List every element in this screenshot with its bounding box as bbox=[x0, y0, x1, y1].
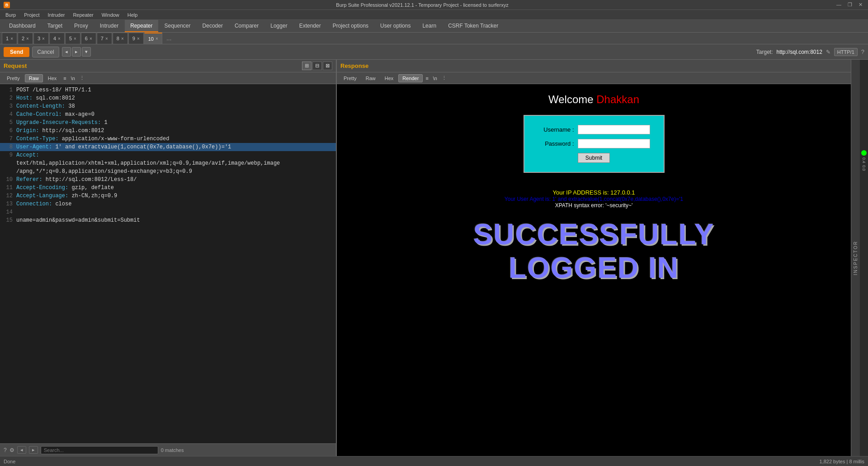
burp-icon: B bbox=[4, 2, 10, 8]
response-format-newline[interactable]: \n bbox=[431, 75, 439, 82]
response-format-hex[interactable]: Hex bbox=[381, 74, 398, 82]
cancel-button[interactable]: Cancel bbox=[32, 47, 59, 57]
repeater-tab-2[interactable]: 2 × bbox=[18, 33, 33, 44]
response-format-list[interactable]: ≡ bbox=[424, 75, 430, 82]
http-version-selector[interactable]: HTTP/1 bbox=[834, 48, 858, 56]
repeater-tab-add[interactable]: … bbox=[163, 33, 175, 44]
submit-button[interactable]: Submit bbox=[578, 153, 610, 163]
response-format-render[interactable]: Render bbox=[398, 74, 423, 82]
format-pretty[interactable]: Pretty bbox=[3, 74, 24, 82]
tab-extender[interactable]: Extender bbox=[294, 20, 326, 32]
rendered-content: Welcome Dhakkan Username : Password : Su… bbox=[337, 84, 851, 456]
password-label: Password : bbox=[538, 140, 574, 147]
burp-logo: B bbox=[4, 2, 10, 8]
repeater-tab-4[interactable]: 4 × bbox=[49, 33, 65, 44]
back-button[interactable]: ◂ bbox=[62, 47, 71, 57]
menu-project[interactable]: Project bbox=[20, 11, 43, 19]
inspector-sidebar[interactable]: INSPECTOR bbox=[851, 60, 860, 456]
tab-proxy[interactable]: Proxy bbox=[69, 20, 94, 32]
request-format-tabs: Pretty Raw Hex ≡ \n ⋮ bbox=[0, 72, 336, 84]
tab-learn[interactable]: Learn bbox=[417, 20, 442, 32]
repeater-tab-5[interactable]: 5 × bbox=[65, 33, 80, 44]
response-title: Response bbox=[340, 62, 368, 69]
tab-user-options[interactable]: User options bbox=[375, 20, 416, 32]
tab-target[interactable]: Target bbox=[42, 20, 68, 32]
menu-help[interactable]: Help bbox=[124, 11, 142, 19]
view-split-icon[interactable]: ⊞ bbox=[302, 62, 311, 70]
request-header: Request ⊞ ⊟ ⊠ bbox=[0, 60, 336, 72]
response-format-menu[interactable]: ⋮ bbox=[440, 74, 448, 82]
menu-burp[interactable]: Burp bbox=[2, 11, 19, 19]
response-panel: Response Pretty Raw Hex Render ≡ \n ⋮ We… bbox=[337, 60, 851, 456]
help-icon[interactable]: ? bbox=[861, 48, 864, 55]
response-format-pretty[interactable]: Pretty bbox=[340, 74, 361, 82]
view-horizontal-icon[interactable]: ⊟ bbox=[312, 62, 322, 70]
response-format-raw[interactable]: Raw bbox=[362, 74, 380, 82]
forward-button[interactable]: ▸ bbox=[72, 47, 81, 57]
matches-count: 0 matches bbox=[161, 447, 184, 453]
username-input[interactable] bbox=[578, 125, 650, 134]
search-prev-button[interactable]: ◂ bbox=[17, 446, 26, 454]
request-editor[interactable]: 1 POST /Less-18/ HTTP/1.1 2 Host: sql.co… bbox=[0, 84, 336, 443]
repeater-tab-bar: 1 × 2 × 3 × 4 × 5 × 6 × 7 × 8 × 9 × 10 ×… bbox=[0, 33, 868, 44]
tab-repeater[interactable]: Repeater bbox=[125, 20, 158, 32]
format-raw[interactable]: Raw bbox=[25, 74, 43, 82]
welcome-label: Welcome bbox=[548, 93, 594, 105]
send-button[interactable]: Send bbox=[4, 47, 29, 57]
response-format-tabs: Pretty Raw Hex Render ≡ \n ⋮ bbox=[337, 72, 851, 84]
search-input[interactable] bbox=[41, 446, 158, 454]
search-gear-icon[interactable]: ⚙ bbox=[9, 447, 14, 453]
menu-window[interactable]: Window bbox=[98, 11, 123, 19]
tab-sequencer[interactable]: Sequencer bbox=[159, 20, 196, 32]
tab-decoder[interactable]: Decoder bbox=[197, 20, 228, 32]
username-field-row: Username : bbox=[538, 125, 650, 134]
code-line-12: 12 Accept-Language: zh-CN,zh;q=0.9 bbox=[0, 192, 336, 200]
format-newline-icon[interactable]: \n bbox=[69, 75, 77, 82]
view-vertical-icon[interactable]: ⊠ bbox=[323, 62, 332, 70]
tab-csrf-token-tracker[interactable]: CSRF Token Tracker bbox=[443, 20, 504, 32]
inspector-label: INSPECTOR bbox=[853, 241, 858, 275]
dhakkan-label: Dhakkan bbox=[596, 93, 639, 105]
tab-logger[interactable]: Logger bbox=[265, 20, 292, 32]
search-help-icon[interactable]: ? bbox=[4, 447, 7, 453]
history-dropdown[interactable]: ▾ bbox=[82, 47, 91, 57]
ip-address-text: Your IP ADDRESS is: 127.0.0.1 bbox=[552, 189, 635, 196]
password-input[interactable] bbox=[578, 139, 650, 148]
tab-comparer[interactable]: Comparer bbox=[229, 20, 264, 32]
repeater-tab-6[interactable]: 6 × bbox=[81, 33, 96, 44]
window-controls[interactable]: — ❐ ✕ bbox=[835, 2, 864, 8]
repeater-tab-1[interactable]: 1 × bbox=[2, 33, 17, 44]
maximize-button[interactable]: ❐ bbox=[846, 2, 854, 8]
rendered-response: Welcome Dhakkan Username : Password : Su… bbox=[337, 84, 851, 456]
repeater-tab-7[interactable]: 7 × bbox=[97, 33, 112, 44]
title-bar: B Burp Suite Professional v2021.12.1 - T… bbox=[0, 0, 868, 10]
tab-project-options[interactable]: Project options bbox=[327, 20, 374, 32]
target-info: Target: http://sql.com:8012 ✎ HTTP/1 ? bbox=[756, 48, 864, 56]
repeater-tab-8[interactable]: 8 × bbox=[113, 33, 128, 44]
code-line-8: 8 User-Agent: 1' and extractvalue(1,conc… bbox=[0, 143, 336, 151]
edit-target-icon[interactable]: ✎ bbox=[826, 49, 830, 55]
code-line-6: 6 Origin: http://sql.com:8012 bbox=[0, 127, 336, 135]
code-line-7: 7 Content-Type: application/x-www-form-u… bbox=[0, 135, 336, 143]
success-line2: LOGGED IN bbox=[509, 252, 679, 284]
format-menu-icon[interactable]: ⋮ bbox=[78, 74, 86, 82]
format-hex[interactable]: Hex bbox=[44, 74, 61, 82]
target-url: http://sql.com:8012 bbox=[776, 49, 822, 55]
repeater-tab-10[interactable]: 10 × bbox=[144, 33, 162, 44]
repeater-toolbar: Send Cancel ◂ ▸ ▾ Target: http://sql.com… bbox=[0, 44, 868, 60]
code-line-13: 13 Connection: close bbox=[0, 200, 336, 208]
repeater-tab-3[interactable]: 3 × bbox=[33, 33, 49, 44]
response-header: Response bbox=[337, 60, 851, 72]
menu-intruder[interactable]: Intruder bbox=[44, 11, 69, 19]
code-line-9b: /apng,*/*;q=0.8,application/signed-excha… bbox=[0, 167, 336, 176]
right-indicators: 0.4 0.0 bbox=[860, 60, 868, 456]
minimize-button[interactable]: — bbox=[835, 2, 843, 8]
repeater-tab-9[interactable]: 9 × bbox=[128, 33, 144, 44]
useragent-text: Your User Agent is: 1' and extractvalue(… bbox=[505, 196, 683, 202]
tab-dashboard[interactable]: Dashboard bbox=[4, 20, 41, 32]
search-next-button[interactable]: ▸ bbox=[29, 446, 38, 454]
format-list-icon[interactable]: ≡ bbox=[61, 75, 68, 82]
close-button[interactable]: ✕ bbox=[857, 2, 864, 8]
menu-repeater[interactable]: Repeater bbox=[69, 11, 97, 19]
tab-intruder[interactable]: Intruder bbox=[94, 20, 124, 32]
